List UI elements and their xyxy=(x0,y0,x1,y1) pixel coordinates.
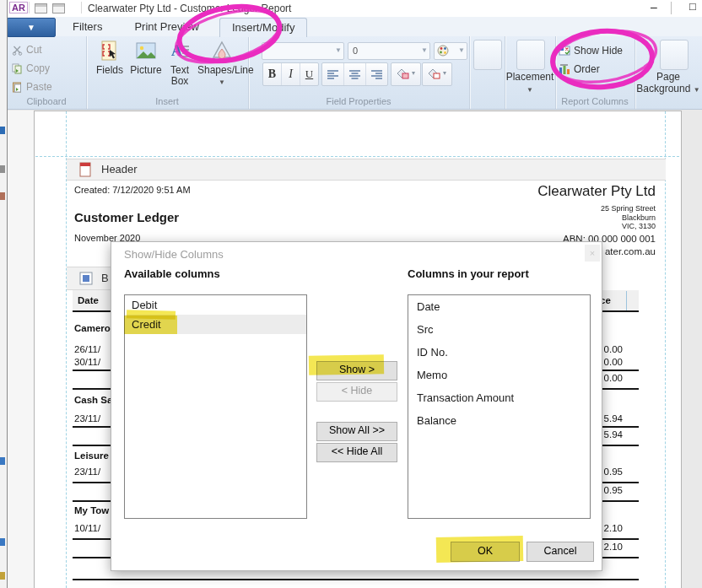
fields-icon xyxy=(100,40,119,62)
app-menu-button[interactable]: ▼ xyxy=(7,18,56,37)
report-column-item-transaction-amount[interactable]: Transaction Amount xyxy=(408,386,590,409)
align-right-button[interactable] xyxy=(366,63,387,85)
report-column-item-date[interactable]: Date xyxy=(408,295,590,318)
align-center-icon xyxy=(349,70,360,79)
placement-icon[interactable] xyxy=(516,40,545,70)
font-style-buttons: B I U xyxy=(262,62,319,86)
field-properties-group-label: Field Properties xyxy=(248,96,469,106)
text-box-button[interactable]: A Text Box xyxy=(164,40,196,87)
margin-guide-left xyxy=(66,111,67,588)
font-color-button[interactable]: ▼ xyxy=(434,42,467,60)
picture-button[interactable]: Picture xyxy=(128,40,164,76)
hide-button[interactable]: < Hide xyxy=(316,382,397,402)
tab-insert-modify[interactable]: Insert/Modify xyxy=(219,18,307,37)
bold-label: B xyxy=(268,67,276,81)
show-hide-button[interactable]: Show Hide xyxy=(559,42,623,59)
table-cell-fragment: 26/11/ xyxy=(74,344,100,354)
palette-icon xyxy=(437,45,450,57)
italic-button[interactable]: I xyxy=(282,63,300,85)
bold-button[interactable]: B xyxy=(263,63,282,85)
clipboard-group-label: Clipboard xyxy=(7,96,86,106)
scissors-icon xyxy=(12,45,23,56)
maximize-button[interactable]: □ xyxy=(680,0,702,15)
hide-all-button[interactable]: << Hide All xyxy=(316,443,397,462)
show-button[interactable]: Show > xyxy=(316,361,397,380)
chevron-down-icon: ▼ xyxy=(335,46,342,54)
company-address-line2: Blackburn xyxy=(622,213,656,222)
table-cell-fragment: Cash Sa xyxy=(74,395,112,405)
app-logo: AR xyxy=(9,2,28,13)
border-color-button[interactable] xyxy=(422,62,452,86)
shapes-line-button[interactable]: Shapes/Line ▼ xyxy=(197,40,246,88)
window-icon[interactable] xyxy=(52,3,65,13)
empty-group xyxy=(469,36,505,109)
report-column-item-src[interactable]: Src xyxy=(408,318,590,341)
report-columns-listbox[interactable]: DateSrcID No.MemoTransaction AmountBalan… xyxy=(408,294,591,519)
save-icon[interactable] xyxy=(35,3,47,13)
show-hide-icon xyxy=(559,46,570,57)
align-right-icon xyxy=(371,70,382,79)
font-size-select[interactable]: 0 ▼ xyxy=(348,42,430,60)
paste-button[interactable]: Paste xyxy=(12,79,52,94)
placeholder-button[interactable] xyxy=(473,40,502,70)
copy-button[interactable]: Copy xyxy=(12,61,50,76)
sliver-mark xyxy=(0,192,5,200)
chevron-down-icon: ▼ xyxy=(27,23,35,32)
available-columns-label: Available columns xyxy=(124,267,220,280)
cut-button[interactable]: Cut xyxy=(12,42,42,57)
chevron-down-icon: ▼ xyxy=(458,46,465,54)
underline-button[interactable]: U xyxy=(300,63,318,85)
available-item-debit[interactable]: Debit xyxy=(125,295,306,315)
ribbon-tabs: FiltersPrint PreviewInsert/Modify xyxy=(61,18,307,36)
fields-button[interactable]: Fields xyxy=(93,40,127,76)
alignment-buttons xyxy=(321,62,388,86)
page-background-label1: Page xyxy=(656,71,680,83)
align-left-icon xyxy=(327,70,338,79)
order-button[interactable]: Order xyxy=(559,61,600,78)
report-column-item-id-no-[interactable]: ID No. xyxy=(408,341,590,364)
available-item-credit[interactable]: Credit xyxy=(125,315,306,334)
report-column-item-balance[interactable]: Balance xyxy=(408,409,590,432)
divider xyxy=(29,2,30,13)
table-cell-fragment: 10/11/ xyxy=(74,523,100,533)
page-background-icon[interactable] xyxy=(660,40,688,70)
close-icon[interactable]: × xyxy=(585,245,600,262)
report-title: Customer Ledger xyxy=(74,210,179,224)
header-band-icon xyxy=(79,162,91,177)
table-cell-fragment: Camero xyxy=(74,323,111,333)
title-bar: AR Clearwater Pty Ltd - Customer Ledger … xyxy=(7,0,702,17)
page-background-button[interactable]: Page Background ▼ xyxy=(634,71,702,94)
font-name-select[interactable]: ▼ xyxy=(262,42,344,60)
shapes-line-label: Shapes/Line xyxy=(197,64,254,76)
background-window-edge xyxy=(0,0,8,588)
italic-label: I xyxy=(289,67,293,81)
minimize-button[interactable]: – xyxy=(641,0,667,15)
margin-guide-top xyxy=(35,156,679,157)
ok-button[interactable]: OK xyxy=(451,542,520,562)
align-center-button[interactable] xyxy=(344,63,366,85)
chevron-down-icon: ▼ xyxy=(526,86,533,94)
report-created-text: Created: 7/12/2020 9:51 AM xyxy=(74,185,191,195)
report-column-item-memo[interactable]: Memo xyxy=(408,364,590,386)
insert-group: Fields Picture A Text Box Shapes/Line ▼ … xyxy=(86,36,249,109)
insert-group-label: Insert xyxy=(86,96,248,106)
cancel-button[interactable]: Cancel xyxy=(526,542,594,562)
chevron-down-icon: ▼ xyxy=(694,86,700,94)
paste-label: Paste xyxy=(26,81,52,93)
tab-print-preview[interactable]: Print Preview xyxy=(122,18,211,36)
header-band[interactable]: Header xyxy=(67,159,666,181)
order-label: Order xyxy=(574,63,600,75)
placement-group: Placement ▼ xyxy=(505,36,556,109)
ribbon-tab-row: ▼ FiltersPrint PreviewInsert/Modify xyxy=(7,17,702,36)
sliver-mark xyxy=(0,127,5,134)
tab-filters[interactable]: Filters xyxy=(61,18,114,36)
align-left-button[interactable] xyxy=(322,63,344,85)
company-address: 25 Spring Street Blackburn VIC, 3130 xyxy=(472,204,656,231)
fill-color-button[interactable] xyxy=(391,62,421,86)
show-all-button[interactable]: Show All >> xyxy=(316,422,397,441)
paste-icon xyxy=(12,82,23,93)
text-box-icon: A xyxy=(170,40,190,62)
text-box-label2: Box xyxy=(171,75,189,87)
placement-button[interactable]: Placement ▼ xyxy=(505,71,555,94)
available-columns-listbox[interactable]: DebitCredit xyxy=(124,294,307,519)
